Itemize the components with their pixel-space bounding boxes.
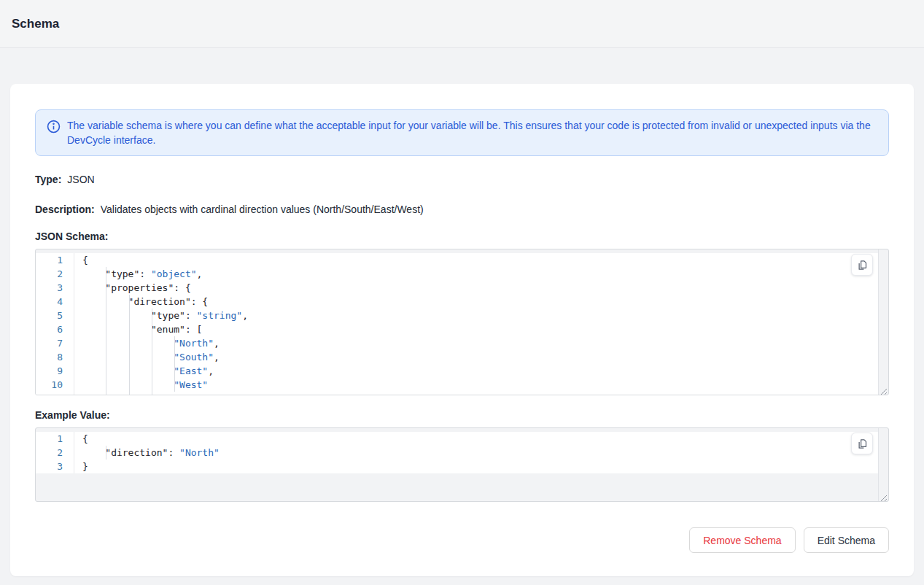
type-label: Type: <box>35 174 61 185</box>
line-number: 5 <box>36 309 63 322</box>
type-row: Type:JSON <box>35 174 889 185</box>
page-header: Schema <box>0 0 924 48</box>
line-number: 1 <box>36 253 63 267</box>
code-line: { <box>82 432 879 446</box>
code-content[interactable]: { "type": "object", "properties": { "dir… <box>74 253 879 395</box>
json-schema-editor[interactable]: 1234567891011 { "type": "object", "prope… <box>35 249 889 395</box>
code-line: "direction": { <box>82 295 879 309</box>
line-number: 11 <box>36 392 63 395</box>
json-schema-label: JSON Schema: <box>35 230 889 242</box>
code-line: "type": "string", <box>82 309 879 322</box>
copy-button[interactable] <box>851 254 873 276</box>
description-value: Validates objects with cardinal directio… <box>101 204 424 215</box>
remove-schema-button[interactable]: Remove Schema <box>689 527 795 553</box>
line-number: 3 <box>36 460 63 473</box>
copy-button[interactable] <box>851 433 873 454</box>
indent-guide <box>129 295 130 395</box>
description-label: Description: <box>35 204 95 215</box>
code-line: ] <box>82 392 879 395</box>
type-value: JSON <box>67 174 94 185</box>
code-line: "properties": { <box>82 281 879 295</box>
line-number: 3 <box>36 281 63 295</box>
indent-guide <box>174 336 175 392</box>
line-number: 9 <box>36 364 63 378</box>
code-surface[interactable]: 1234567891011 { "type": "object", "prope… <box>36 253 879 395</box>
code-line: "North", <box>82 336 879 350</box>
description-row: Description:Validates objects with cardi… <box>35 204 889 215</box>
code-surface[interactable]: 123 { "direction": "North"} <box>36 432 879 473</box>
line-number: 2 <box>36 267 63 281</box>
banner-text: The variable schema is where you can def… <box>67 118 877 147</box>
example-value-label: Example Value: <box>35 409 889 421</box>
code-line: { <box>82 253 879 267</box>
code-line: "South", <box>82 350 879 364</box>
page-title: Schema <box>12 17 59 31</box>
footer-buttons: Remove Schema Edit Schema <box>35 527 889 553</box>
indent-guide <box>106 267 106 395</box>
resize-grip-icon[interactable] <box>879 492 888 500</box>
schema-card: The variable schema is where you can def… <box>10 84 914 576</box>
line-number-gutter: 123 <box>36 432 74 473</box>
line-number: 7 <box>36 336 63 350</box>
indent-guide <box>106 446 106 460</box>
code-line: "type": "object", <box>82 267 879 281</box>
code-line: "enum": [ <box>82 322 879 336</box>
code-content[interactable]: { "direction": "North"} <box>74 432 879 473</box>
line-number: 1 <box>36 432 63 446</box>
code-line: } <box>82 460 879 473</box>
info-banner: The variable schema is where you can def… <box>35 109 889 156</box>
code-line: "East", <box>82 364 879 378</box>
code-line: "direction": "North" <box>82 446 879 460</box>
line-number: 8 <box>36 350 63 364</box>
line-number: 10 <box>36 378 63 392</box>
resize-grip-icon[interactable] <box>879 385 888 394</box>
line-number-gutter: 1234567891011 <box>36 253 74 395</box>
info-circle-icon <box>47 120 61 133</box>
code-line: "West" <box>82 378 879 392</box>
indent-guide <box>152 309 152 395</box>
line-number: 4 <box>36 295 63 309</box>
line-number: 2 <box>36 446 63 460</box>
edit-schema-button[interactable]: Edit Schema <box>804 527 889 553</box>
line-number: 6 <box>36 322 63 336</box>
example-value-editor[interactable]: 123 { "direction": "North"} <box>35 427 889 502</box>
